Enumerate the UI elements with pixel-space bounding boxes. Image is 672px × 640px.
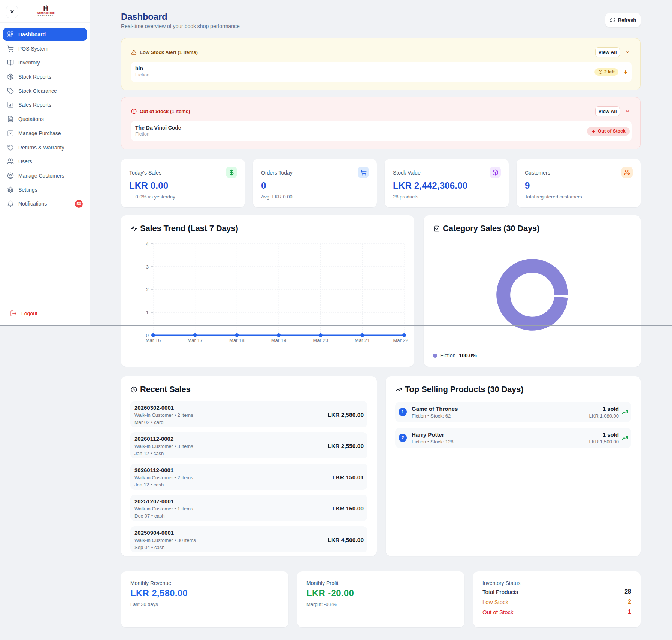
svg-text:4: 4 [146,241,149,247]
svg-text:Mar 18: Mar 18 [229,337,244,343]
svg-text:1: 1 [146,310,149,315]
svg-text:2: 2 [146,287,149,292]
svg-text:3: 3 [146,264,149,270]
svg-text:Mar 17: Mar 17 [187,337,202,343]
svg-text:Mar 20: Mar 20 [313,337,328,343]
svg-text:Mar 21: Mar 21 [355,337,370,343]
svg-text:Mar 19: Mar 19 [271,337,286,343]
svg-text:Mar 16: Mar 16 [146,337,161,343]
svg-text:Mar 22: Mar 22 [393,337,408,343]
